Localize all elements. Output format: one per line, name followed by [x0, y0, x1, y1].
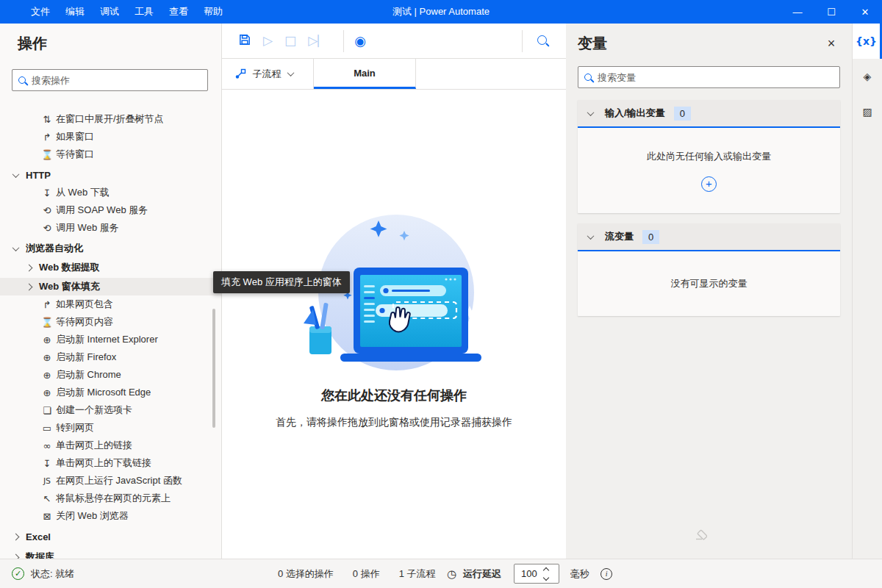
run-icon[interactable]: ▷	[263, 35, 273, 47]
menu-item-2[interactable]: 调试	[98, 4, 121, 20]
io-variables-header[interactable]: 输入/输出变量 0	[578, 100, 840, 128]
subflows-dropdown[interactable]: 子流程	[222, 59, 314, 89]
tree-item-run-javascript-on-webpage[interactable]: JS在网页上运行 JavaScript 函数	[0, 472, 221, 490]
empty-state-illustration	[302, 212, 486, 381]
add-variable-button[interactable]: +	[701, 176, 717, 192]
status-ok-icon: ✓	[12, 567, 24, 580]
tree-item-wait-for-webpage-content[interactable]: ⌛等待网页内容	[0, 313, 221, 331]
actions-panel: 操作 ⇅在窗口中展开/折叠树节点↱如果窗口⌛等待窗口HTTP↧从 Web 下载⟲…	[0, 24, 222, 559]
tree-item-launch-new-firefox[interactable]: ⊕启动新 Firefox	[0, 348, 221, 366]
tree-item-create-new-tab[interactable]: ❏创建一个新选项卡	[0, 401, 221, 419]
tree-item-launch-new-internet-explorer[interactable]: ⊕启动新 Internet Explorer	[0, 331, 221, 348]
actions-search[interactable]	[12, 69, 208, 91]
tree-item-label: 在窗口中展开/折叠树节点	[56, 112, 164, 126]
right-rail: {x}◈▨	[853, 24, 882, 559]
close-button[interactable]: ✕	[848, 0, 882, 24]
run-javascript-on-webpage-icon: JS	[40, 476, 54, 486]
create-new-tab-icon: ❏	[40, 405, 54, 416]
subflow-icon	[235, 68, 246, 79]
save-icon[interactable]	[238, 33, 251, 49]
tree-item-group-http[interactable]: HTTP	[0, 166, 221, 184]
variables-tab-icon[interactable]: {x}	[853, 24, 882, 59]
flow-variables-label: 流变量	[605, 230, 634, 243]
menu-item-5[interactable]: 帮助	[202, 4, 224, 20]
launch-new-chrome-icon: ⊕	[40, 370, 54, 381]
menu-item-1[interactable]: 编辑	[64, 4, 86, 20]
actions-search-input[interactable]	[32, 75, 201, 86]
actions-count: 0 操作	[353, 567, 380, 581]
maximize-button[interactable]: ☐	[814, 0, 848, 24]
tree-item-close-web-browser[interactable]: ⊠关闭 Web 浏览器	[0, 507, 221, 525]
menu-item-4[interactable]: 查看	[168, 4, 190, 20]
tree-item-download-from-web[interactable]: ↧从 Web 下载	[0, 184, 221, 201]
menu-item-0[interactable]: 文件	[29, 4, 51, 20]
tree-item-expand-collapse-tree-node[interactable]: ⇅在窗口中展开/折叠树节点	[0, 110, 221, 128]
flow-canvas[interactable]: 您在此处还没有任何操作 首先，请将操作拖放到此窗格或使用记录器捕获操作	[222, 90, 566, 559]
tree-item-launch-new-microsoft-edge[interactable]: ⊕启动新 Microsoft Edge	[0, 384, 221, 401]
tree-item-label: 启动新 Microsoft Edge	[56, 386, 151, 399]
ui-elements-tab-icon[interactable]: ◈	[853, 59, 882, 94]
tree-item-label: 从 Web 下载	[56, 186, 110, 199]
images-tab-icon[interactable]: ▨	[853, 94, 882, 129]
menu-item-3[interactable]: 工具	[133, 4, 155, 20]
clock-icon: ◷	[447, 567, 456, 581]
tree-item-label: 启动新 Firefox	[56, 351, 116, 364]
tree-item-group-web-data-extraction[interactable]: Web 数据提取	[0, 259, 221, 276]
tree-item-group-browser-automation[interactable]: 浏览器自动化	[0, 240, 221, 257]
tree-item-label: 在网页上运行 JavaScript 函数	[56, 474, 182, 487]
run-delay-spinner[interactable]	[514, 564, 559, 584]
status-text: 状态: 就绪	[31, 567, 74, 581]
tree-item-label: 将鼠标悬停在网页的元素上	[56, 492, 171, 505]
tree-item-label: 如果网页包含	[56, 298, 113, 311]
tree-item-go-to-webpage[interactable]: ▭转到网页	[0, 419, 221, 437]
spin-down-icon[interactable]	[543, 574, 549, 580]
tree-item-label: 调用 SOAP Web 服务	[56, 204, 148, 217]
spin-up-icon[interactable]	[543, 567, 549, 573]
variables-search-input[interactable]	[598, 72, 833, 83]
menubar: 文件编辑调试工具查看帮助	[29, 4, 224, 20]
tree-item-label: 启动新 Chrome	[56, 368, 121, 381]
eraser-icon	[692, 527, 707, 544]
tree-item-label: 调用 Web 服务	[56, 221, 119, 234]
tree-item-invoke-soap-web-service[interactable]: ⟲调用 SOAP Web 服务	[0, 201, 221, 219]
tab-main[interactable]: Main	[314, 59, 416, 89]
titlebar: 文件编辑调试工具查看帮助 测试 | Power Automate — ☐ ✕	[0, 0, 882, 24]
tree-item-click-link-on-webpage[interactable]: ∞单击网页上的链接	[0, 437, 221, 454]
empty-state: 您在此处还没有任何操作 首先，请将操作拖放到此窗格或使用记录器捕获操作	[222, 212, 566, 429]
tree-item-if-window[interactable]: ↱如果窗口	[0, 128, 221, 146]
tree-item-wait-for-window[interactable]: ⌛等待窗口	[0, 146, 221, 163]
actions-scrollbar[interactable]	[212, 309, 215, 428]
flow-toolbar: ▷ □ ▷⎸ ◉	[222, 24, 566, 59]
flow-variables-count-badge: 0	[642, 230, 659, 244]
chevron-down-icon	[12, 244, 20, 251]
tree-item-label: 单击网页上的链接	[56, 439, 132, 452]
tree-item-label: 启动新 Internet Explorer	[56, 333, 158, 346]
search-flow-icon[interactable]	[537, 35, 547, 47]
flow-variables-header[interactable]: 流变量 0	[578, 223, 840, 251]
variables-search[interactable]	[578, 66, 840, 88]
minimize-button[interactable]: —	[781, 0, 814, 24]
tree-item-label: 关闭 Web 浏览器	[56, 509, 129, 523]
actions-tree: ⇅在窗口中展开/折叠树节点↱如果窗口⌛等待窗口HTTP↧从 Web 下载⟲调用 …	[0, 110, 221, 566]
chevron-right-icon	[26, 264, 33, 271]
run-delay-input[interactable]	[514, 568, 542, 579]
run-delay-label: 运行延迟	[463, 567, 501, 581]
record-icon[interactable]: ◉	[354, 35, 366, 48]
tree-item-click-download-link-on-webpage[interactable]: ↧单击网页上的下载链接	[0, 454, 221, 472]
tree-item-label: HTTP	[26, 170, 51, 181]
run-next-action-icon[interactable]: ▷⎸	[308, 35, 330, 47]
close-icon[interactable]: ×	[822, 35, 840, 53]
subflows-count: 1 子流程	[399, 567, 436, 581]
tree-item-group-web-form-filling[interactable]: Web 窗体填充	[0, 278, 221, 295]
tree-item-invoke-web-service[interactable]: ⟲调用 Web 服务	[0, 219, 221, 237]
tree-item-if-webpage-contains[interactable]: ↱如果网页包含	[0, 295, 221, 313]
chevron-right-icon	[12, 533, 20, 540]
tree-item-launch-new-chrome[interactable]: ⊕启动新 Chrome	[0, 366, 221, 384]
info-icon: i	[600, 568, 612, 580]
tree-item-hover-mouse-over-element[interactable]: ↖将鼠标悬停在网页的元素上	[0, 490, 221, 507]
stop-icon[interactable]: □	[284, 35, 296, 47]
io-variables-empty-text: 此处尚无任何输入或输出变量	[647, 150, 771, 163]
tree-item-group-excel[interactable]: Excel	[0, 528, 221, 545]
statusbar: ✓ 状态: 就绪 0 选择的操作 0 操作 1 子流程 ◷ 运行延迟 毫秒 i	[0, 559, 882, 588]
empty-state-title: 您在此处还没有任何操作	[321, 387, 467, 404]
